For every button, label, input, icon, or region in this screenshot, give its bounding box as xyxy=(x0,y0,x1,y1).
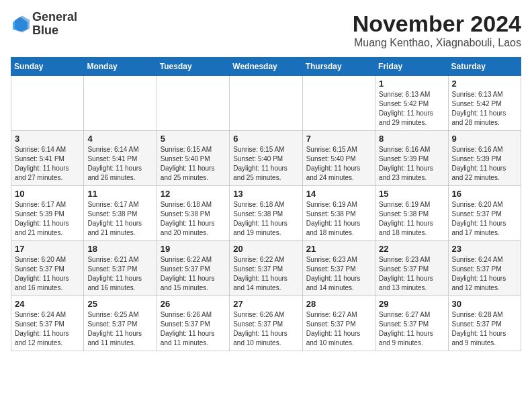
calendar-cell xyxy=(302,76,375,131)
calendar-cell: 10Sunrise: 6:17 AM Sunset: 5:39 PM Dayli… xyxy=(11,186,84,241)
day-info: Sunrise: 6:17 AM Sunset: 5:39 PM Dayligh… xyxy=(15,200,80,238)
day-number: 17 xyxy=(15,244,80,254)
day-number: 22 xyxy=(379,244,444,254)
day-info: Sunrise: 6:28 AM Sunset: 5:37 PM Dayligh… xyxy=(452,310,517,348)
day-info: Sunrise: 6:25 AM Sunset: 5:37 PM Dayligh… xyxy=(87,310,152,348)
day-number: 2 xyxy=(452,79,517,89)
calendar-cell: 23Sunrise: 6:24 AM Sunset: 5:37 PM Dayli… xyxy=(448,241,521,296)
day-info: Sunrise: 6:26 AM Sunset: 5:37 PM Dayligh… xyxy=(161,310,226,348)
calendar-cell: 16Sunrise: 6:20 AM Sunset: 5:37 PM Dayli… xyxy=(448,186,521,241)
day-number: 16 xyxy=(452,189,517,199)
calendar-cell: 20Sunrise: 6:22 AM Sunset: 5:37 PM Dayli… xyxy=(230,241,302,296)
day-header-saturday: Saturday xyxy=(448,58,521,76)
day-info: Sunrise: 6:18 AM Sunset: 5:38 PM Dayligh… xyxy=(233,200,298,238)
calendar-table: SundayMondayTuesdayWednesdayThursdayFrid… xyxy=(11,57,521,351)
day-info: Sunrise: 6:15 AM Sunset: 5:40 PM Dayligh… xyxy=(233,145,298,183)
location-subtitle: Muang Kenthao, Xiagnabouli, Laos xyxy=(353,37,521,49)
day-info: Sunrise: 6:18 AM Sunset: 5:38 PM Dayligh… xyxy=(161,200,226,238)
day-number: 3 xyxy=(15,134,80,144)
day-number: 1 xyxy=(379,79,444,89)
calendar-cell: 5Sunrise: 6:15 AM Sunset: 5:40 PM Daylig… xyxy=(157,131,229,186)
day-info: Sunrise: 6:15 AM Sunset: 5:40 PM Dayligh… xyxy=(306,145,371,183)
calendar-cell: 3Sunrise: 6:14 AM Sunset: 5:41 PM Daylig… xyxy=(11,131,84,186)
day-number: 7 xyxy=(306,134,371,144)
calendar-cell: 28Sunrise: 6:27 AM Sunset: 5:37 PM Dayli… xyxy=(302,296,375,351)
day-number: 23 xyxy=(452,244,517,254)
calendar-cell: 11Sunrise: 6:17 AM Sunset: 5:38 PM Dayli… xyxy=(84,186,157,241)
day-header-thursday: Thursday xyxy=(302,58,375,76)
calendar-week-row: 3Sunrise: 6:14 AM Sunset: 5:41 PM Daylig… xyxy=(11,131,521,186)
calendar-cell: 30Sunrise: 6:28 AM Sunset: 5:37 PM Dayli… xyxy=(448,296,521,351)
day-info: Sunrise: 6:22 AM Sunset: 5:37 PM Dayligh… xyxy=(161,255,226,293)
day-number: 20 xyxy=(233,244,298,254)
logo-icon xyxy=(11,15,30,34)
calendar-cell xyxy=(84,76,157,131)
day-number: 4 xyxy=(87,134,152,144)
day-number: 25 xyxy=(87,299,152,309)
day-header-friday: Friday xyxy=(375,58,448,76)
day-info: Sunrise: 6:17 AM Sunset: 5:38 PM Dayligh… xyxy=(87,200,152,238)
calendar-cell: 29Sunrise: 6:27 AM Sunset: 5:37 PM Dayli… xyxy=(375,296,448,351)
day-number: 10 xyxy=(15,189,80,199)
day-number: 24 xyxy=(15,299,80,309)
calendar-cell: 18Sunrise: 6:21 AM Sunset: 5:37 PM Dayli… xyxy=(84,241,157,296)
logo-text: General Blue xyxy=(32,11,77,38)
calendar-cell: 27Sunrise: 6:26 AM Sunset: 5:37 PM Dayli… xyxy=(230,296,302,351)
day-info: Sunrise: 6:15 AM Sunset: 5:40 PM Dayligh… xyxy=(161,145,226,183)
day-number: 6 xyxy=(233,134,298,144)
day-info: Sunrise: 6:23 AM Sunset: 5:37 PM Dayligh… xyxy=(379,255,444,293)
calendar-cell: 25Sunrise: 6:25 AM Sunset: 5:37 PM Dayli… xyxy=(84,296,157,351)
day-number: 15 xyxy=(379,189,444,199)
day-info: Sunrise: 6:16 AM Sunset: 5:39 PM Dayligh… xyxy=(379,145,444,183)
page-header: General Blue November 2024 Muang Kenthao… xyxy=(11,11,521,49)
calendar-cell: 8Sunrise: 6:16 AM Sunset: 5:39 PM Daylig… xyxy=(375,131,448,186)
day-number: 21 xyxy=(306,244,371,254)
calendar-cell: 12Sunrise: 6:18 AM Sunset: 5:38 PM Dayli… xyxy=(157,186,229,241)
calendar-cell: 26Sunrise: 6:26 AM Sunset: 5:37 PM Dayli… xyxy=(157,296,229,351)
day-number: 27 xyxy=(233,299,298,309)
day-info: Sunrise: 6:24 AM Sunset: 5:37 PM Dayligh… xyxy=(452,255,517,293)
day-info: Sunrise: 6:19 AM Sunset: 5:38 PM Dayligh… xyxy=(306,200,371,238)
calendar-cell xyxy=(230,76,302,131)
day-number: 9 xyxy=(452,134,517,144)
day-info: Sunrise: 6:26 AM Sunset: 5:37 PM Dayligh… xyxy=(233,310,298,348)
day-info: Sunrise: 6:23 AM Sunset: 5:37 PM Dayligh… xyxy=(306,255,371,293)
day-info: Sunrise: 6:14 AM Sunset: 5:41 PM Dayligh… xyxy=(15,145,80,183)
calendar-cell: 21Sunrise: 6:23 AM Sunset: 5:37 PM Dayli… xyxy=(302,241,375,296)
day-number: 28 xyxy=(306,299,371,309)
calendar-cell: 24Sunrise: 6:24 AM Sunset: 5:37 PM Dayli… xyxy=(11,296,84,351)
day-info: Sunrise: 6:20 AM Sunset: 5:37 PM Dayligh… xyxy=(452,200,517,238)
day-number: 8 xyxy=(379,134,444,144)
day-number: 5 xyxy=(161,134,226,144)
calendar-cell: 19Sunrise: 6:22 AM Sunset: 5:37 PM Dayli… xyxy=(157,241,229,296)
calendar-cell: 2Sunrise: 6:13 AM Sunset: 5:42 PM Daylig… xyxy=(448,76,521,131)
day-header-sunday: Sunday xyxy=(11,58,84,76)
calendar-week-row: 24Sunrise: 6:24 AM Sunset: 5:37 PM Dayli… xyxy=(11,296,521,351)
day-info: Sunrise: 6:20 AM Sunset: 5:37 PM Dayligh… xyxy=(15,255,80,293)
calendar-week-row: 1Sunrise: 6:13 AM Sunset: 5:42 PM Daylig… xyxy=(11,76,521,131)
calendar-cell: 1Sunrise: 6:13 AM Sunset: 5:42 PM Daylig… xyxy=(375,76,448,131)
day-header-tuesday: Tuesday xyxy=(157,58,229,76)
month-title: November 2024 xyxy=(353,11,521,37)
day-number: 18 xyxy=(87,244,152,254)
title-block: November 2024 Muang Kenthao, Xiagnabouli… xyxy=(353,11,521,49)
calendar-week-row: 17Sunrise: 6:20 AM Sunset: 5:37 PM Dayli… xyxy=(11,241,521,296)
calendar-cell: 15Sunrise: 6:19 AM Sunset: 5:38 PM Dayli… xyxy=(375,186,448,241)
day-info: Sunrise: 6:24 AM Sunset: 5:37 PM Dayligh… xyxy=(15,310,80,348)
calendar-cell: 4Sunrise: 6:14 AM Sunset: 5:41 PM Daylig… xyxy=(84,131,157,186)
calendar-cell: 22Sunrise: 6:23 AM Sunset: 5:37 PM Dayli… xyxy=(375,241,448,296)
day-info: Sunrise: 6:22 AM Sunset: 5:37 PM Dayligh… xyxy=(233,255,298,293)
day-info: Sunrise: 6:27 AM Sunset: 5:37 PM Dayligh… xyxy=(306,310,371,348)
day-number: 13 xyxy=(233,189,298,199)
day-number: 30 xyxy=(452,299,517,309)
day-info: Sunrise: 6:19 AM Sunset: 5:38 PM Dayligh… xyxy=(379,200,444,238)
day-number: 11 xyxy=(87,189,152,199)
day-header-monday: Monday xyxy=(84,58,157,76)
day-header-wednesday: Wednesday xyxy=(230,58,302,76)
day-info: Sunrise: 6:14 AM Sunset: 5:41 PM Dayligh… xyxy=(87,145,152,183)
calendar-cell: 7Sunrise: 6:15 AM Sunset: 5:40 PM Daylig… xyxy=(302,131,375,186)
calendar-header-row: SundayMondayTuesdayWednesdayThursdayFrid… xyxy=(11,58,521,76)
calendar-cell: 9Sunrise: 6:16 AM Sunset: 5:39 PM Daylig… xyxy=(448,131,521,186)
calendar-cell xyxy=(157,76,229,131)
day-info: Sunrise: 6:21 AM Sunset: 5:37 PM Dayligh… xyxy=(87,255,152,293)
